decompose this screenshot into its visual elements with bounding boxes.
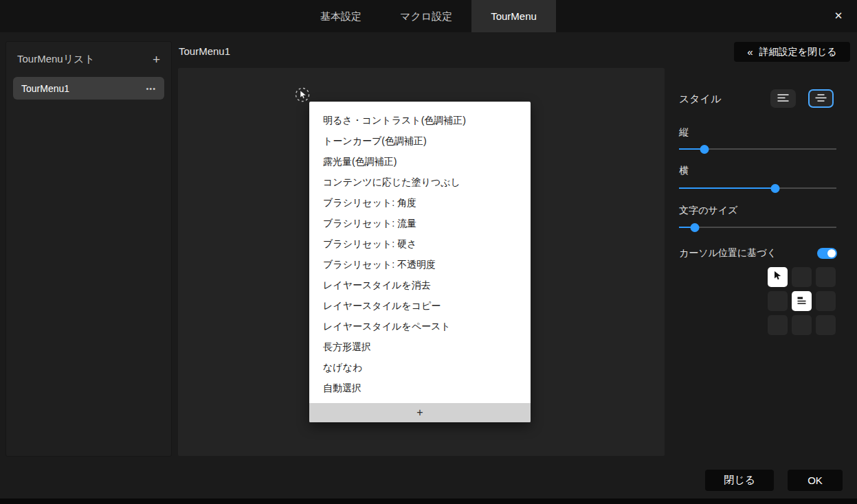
- menu-item[interactable]: 長方形選択: [309, 336, 531, 357]
- position-grid-cell-middle-left[interactable]: [768, 291, 788, 311]
- cursor-pointer-icon: [773, 271, 782, 284]
- horizontal-slider[interactable]: [679, 183, 836, 193]
- tourmenu-list-item[interactable]: TourMenu1 •••: [13, 77, 164, 100]
- menu-item[interactable]: ブラシリセット: 不透明度: [309, 254, 531, 275]
- menu-item[interactable]: ブラシリセット: 流量: [309, 213, 531, 233]
- menu-item[interactable]: ブラシリセット: 硬さ: [309, 233, 531, 254]
- add-menu-item-button[interactable]: +: [309, 403, 531, 422]
- position-grid-cell-bottom-center[interactable]: [792, 315, 812, 335]
- position-grid-cell-top-left[interactable]: [768, 267, 788, 287]
- tourmenu-list-header: TourMenuリスト +: [6, 42, 171, 71]
- cursor-anchor-icon: [294, 87, 311, 103]
- slider-thumb[interactable]: [770, 184, 779, 193]
- menu-item[interactable]: 自動選択: [309, 378, 531, 398]
- slider-thumb[interactable]: [700, 145, 709, 154]
- slider-fill: [679, 187, 775, 189]
- close-button[interactable]: 閉じる: [705, 470, 774, 491]
- menu-lines-icon: [797, 295, 807, 308]
- position-grid-cell-middle-center[interactable]: [792, 291, 812, 311]
- position-grid-cell-middle-right[interactable]: [816, 291, 836, 311]
- style-option-right-button[interactable]: [808, 89, 834, 108]
- tab-basic-settings[interactable]: 基本設定: [301, 0, 381, 32]
- tourmenu-list-title: TourMenuリスト: [17, 53, 95, 66]
- chevron-left-icon: «: [747, 46, 753, 58]
- slider-track[interactable]: [679, 227, 836, 228]
- style-label: スタイル: [679, 93, 721, 106]
- preview-canvas: 明るさ・コントラスト(色調補正) トーンカーブ(色調補正) 露光量(色調補正) …: [178, 68, 665, 456]
- style-button-group: [770, 89, 834, 108]
- menu-item[interactable]: なげなわ: [309, 357, 531, 378]
- page-title: TourMenu1: [179, 45, 230, 57]
- position-grid: [768, 267, 836, 335]
- cursor-position-toggle[interactable]: [817, 248, 837, 259]
- text-size-slider-label: 文字のサイズ: [679, 205, 737, 217]
- menu-item[interactable]: 明るさ・コントラスト(色調補正): [309, 110, 531, 130]
- tab-tourmenu[interactable]: TourMenu: [471, 0, 556, 32]
- more-options-icon[interactable]: •••: [146, 84, 156, 93]
- tour-menu-preview: 明るさ・コントラスト(色調補正) トーンカーブ(色調補正) 露光量(色調補正) …: [309, 102, 531, 422]
- collapse-advanced-settings-button[interactable]: « 詳細設定を閉じる: [734, 42, 850, 62]
- horizontal-slider-label: 横: [679, 165, 689, 177]
- toggle-knob: [827, 249, 836, 257]
- bottom-edge-strip: [0, 499, 857, 504]
- text-size-slider[interactable]: [679, 222, 836, 232]
- menu-item[interactable]: ブラシリセット: 角度: [309, 192, 531, 213]
- menu-item[interactable]: コンテンツに応じた塗りつぶし: [309, 172, 531, 192]
- title-bar: 基本設定 マクロ設定 TourMenu: [0, 0, 857, 32]
- tourmenu-list-panel: TourMenuリスト + TourMenu1 •••: [5, 41, 172, 457]
- menu-item[interactable]: レイヤースタイルを消去: [309, 275, 531, 295]
- cursor-position-label: カーソル位置に基づく: [679, 247, 777, 260]
- add-tourmenu-button[interactable]: +: [153, 53, 160, 66]
- position-grid-cell-top-center[interactable]: [792, 267, 812, 287]
- ok-button[interactable]: OK: [788, 470, 843, 491]
- tour-menu-item-list: 明るさ・コントラスト(色調補正) トーンカーブ(色調補正) 露光量(色調補正) …: [309, 102, 531, 403]
- position-grid-cell-bottom-left[interactable]: [768, 315, 788, 335]
- vertical-slider[interactable]: [679, 144, 836, 154]
- menu-item[interactable]: 露光量(色調補正): [309, 151, 531, 172]
- close-icon[interactable]: ✕: [827, 4, 850, 27]
- align-left-lines-icon: [777, 93, 790, 105]
- menu-item[interactable]: レイヤースタイルをペースト: [309, 316, 531, 336]
- menu-item[interactable]: レイヤースタイルをコピー: [309, 295, 531, 316]
- style-option-left-button[interactable]: [770, 89, 796, 108]
- vertical-slider-label: 縦: [679, 126, 689, 139]
- menu-item[interactable]: トーンカーブ(色調補正): [309, 130, 531, 151]
- align-center-lines-icon: [814, 93, 827, 105]
- tab-macro-settings[interactable]: マクロ設定: [381, 0, 471, 32]
- position-grid-cell-top-right[interactable]: [816, 267, 836, 287]
- collapse-button-label: 詳細設定を閉じる: [759, 46, 837, 58]
- tourmenu-item-label: TourMenu1: [21, 83, 69, 94]
- slider-thumb[interactable]: [690, 223, 699, 232]
- position-grid-cell-bottom-right[interactable]: [816, 315, 836, 335]
